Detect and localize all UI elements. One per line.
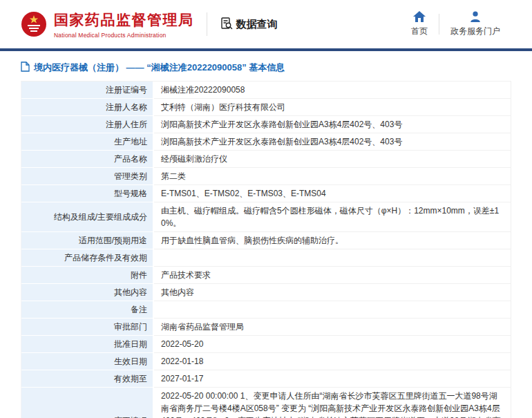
row-value: 经颅磁刺激治疗仪 <box>154 151 511 168</box>
page-title-row: 境内医疗器械（注册） —— “湘械注准20222090058” 基本信息 <box>0 51 532 81</box>
table-row: 备注 <box>21 301 511 319</box>
data-query-icon <box>220 17 234 32</box>
row-value: 浏阳高新技术产业开发区永泰路创新创业园A3栋4层402号、403号 <box>154 116 511 133</box>
row-value: 其他内容 <box>154 284 511 301</box>
header-divider <box>207 12 207 36</box>
row-label: 管理类别 <box>21 168 154 185</box>
row-value <box>154 301 511 319</box>
row-value: 浏阳高新技术产业开发区永泰路创新创业园A3栋4层402号、403号 <box>154 133 511 151</box>
row-label: 审批部门 <box>21 319 154 336</box>
nav-item-home[interactable]: 首页 <box>400 11 439 37</box>
table-row: 产品储存条件及有效期 <box>21 249 511 267</box>
table-row: 审批部门湖南省药品监督管理局 <box>21 319 511 336</box>
row-label: 备注 <box>21 301 154 319</box>
row-label: 注册证编号 <box>21 82 154 99</box>
row-label: 注册人住所 <box>21 116 154 133</box>
table-row: 产品名称经颅磁刺激治疗仪 <box>21 151 511 168</box>
site-header: 国家药品监督管理局 National Medical Products Admi… <box>0 0 532 48</box>
row-value: 湘械注准20222090058 <box>154 82 511 99</box>
table-row: 结构及组成/主要组成成分由主机、磁疗帽组成。磁疗帽含5个圆柱形磁体，磁体尺寸（φ… <box>21 202 511 232</box>
table-row: 注册人名称艾利特（湖南）医疗科技有限公司 <box>21 99 511 116</box>
table-row: 其他内容其他内容 <box>21 284 511 301</box>
table-row: 附件产品技术要求 <box>21 267 511 284</box>
info-table-body: 注册证编号湘械注准20222090058注册人名称艾利特（湖南）医疗科技有限公司… <box>21 82 511 418</box>
row-value <box>154 249 511 267</box>
row-value: 湖南省药品监督管理局 <box>154 319 511 336</box>
row-label: 其他内容 <box>21 284 154 301</box>
national-emblem-icon <box>21 11 47 37</box>
table-row: 生效日期2022-01-18 <box>21 353 511 370</box>
row-label: 产品储存条件及有效期 <box>21 249 154 267</box>
row-value: E-TMS01、E-TMS02、E-TMS03、E-TMS04 <box>154 185 511 202</box>
row-label: 产品名称 <box>21 151 154 168</box>
row-label: 注册人名称 <box>21 99 154 116</box>
row-label: 批准日期 <box>21 336 154 353</box>
agency-title-block: 国家药品监督管理局 National Medical Products Admi… <box>54 10 194 39</box>
row-label: 生产地址 <box>21 133 154 151</box>
row-label: 附件 <box>21 267 154 284</box>
row-value: 2027-01-17 <box>154 370 511 388</box>
nav-home-label: 首页 <box>411 26 428 37</box>
row-label: 变更情况 <box>21 388 154 418</box>
info-table: 注册证编号湘械注准20222090058注册人名称艾利特（湖南）医疗科技有限公司… <box>21 81 511 418</box>
row-label: 结构及组成/主要组成成分 <box>21 202 154 232</box>
table-row: 适用范围/预期用途用于缺血性脑血管病、脑损伤性疾病的辅助治疗。 <box>21 232 511 249</box>
row-value: 2022-05-20 00:00:00 1、变更申请人住所由“湖南省长沙市芙蓉区… <box>154 388 511 418</box>
agency-name-en: National Medical Products Administration <box>54 32 194 39</box>
row-value: 艾利特（湖南）医疗科技有限公司 <box>154 99 511 116</box>
row-value: 第二类 <box>154 168 511 185</box>
info-table-wrap: 注册证编号湘械注准20222090058注册人名称艾利特（湖南）医疗科技有限公司… <box>0 81 532 418</box>
row-value: 用于缺血性脑血管病、脑损伤性疾病的辅助治疗。 <box>154 232 511 249</box>
table-row: 生产地址浏阳高新技术产业开发区永泰路创新创业园A3栋4层402号、403号 <box>21 133 511 151</box>
row-value: 产品技术要求 <box>154 267 511 284</box>
table-row: 型号规格E-TMS01、E-TMS02、E-TMS03、E-TMS04 <box>21 185 511 202</box>
data-query-label: 数据查询 <box>236 18 278 31</box>
row-label: 适用范围/预期用途 <box>21 232 154 249</box>
table-row: 管理类别第二类 <box>21 168 511 185</box>
nav-item-portal[interactable]: 政务服务门户 <box>439 11 511 37</box>
user-icon <box>470 11 481 22</box>
header-nav: 首页 政务服务门户 <box>400 11 511 37</box>
document-icon <box>21 61 30 74</box>
data-query-nav[interactable]: 数据查询 <box>220 17 278 32</box>
page-title: 境内医疗器械（注册） —— “湘械注准20222090058” 基本信息 <box>34 61 285 74</box>
row-value: 由主机、磁疗帽组成。磁疗帽含5个圆柱形磁体，磁体尺寸（φ×H）：12mm×10m… <box>154 202 511 232</box>
row-label: 有效期至 <box>21 370 154 388</box>
agency-name: 国家药品监督管理局 <box>54 10 194 30</box>
row-label: 生效日期 <box>21 353 154 370</box>
table-row: 注册证编号湘械注准20222090058 <box>21 82 511 99</box>
table-row: 批准日期2022-05-20 <box>21 336 511 353</box>
home-icon <box>413 11 426 22</box>
row-value: 2022-01-18 <box>154 353 511 370</box>
table-row: 有效期至2027-01-17 <box>21 370 511 388</box>
table-row: 变更情况2022-05-20 00:00:00 1、变更申请人住所由“湖南省长沙… <box>21 388 511 418</box>
row-value: 2022-05-20 <box>154 336 511 353</box>
row-label: 型号规格 <box>21 185 154 202</box>
table-row: 注册人住所浏阳高新技术产业开发区永泰路创新创业园A3栋4层402号、403号 <box>21 116 511 133</box>
nav-portal-label: 政务服务门户 <box>450 26 500 37</box>
